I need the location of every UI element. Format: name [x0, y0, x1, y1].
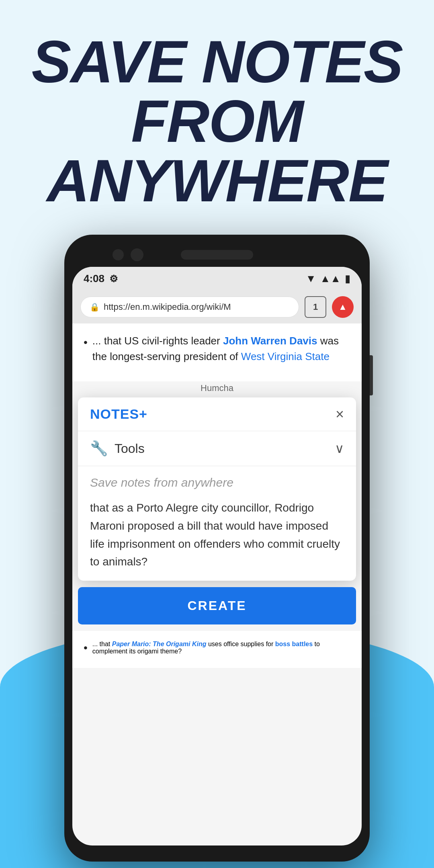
bullet-bottom: •	[84, 641, 88, 654]
notes-popup-body: Save notes from anywhere that as a Porto…	[78, 466, 356, 581]
wifi-icon: ▼	[306, 272, 316, 285]
phone-frame: 4:08 ⚙ ▼ ▲▲ ▮ 🔒 https://en.m.wikipedia.o…	[64, 235, 370, 862]
upload-button[interactable]: ▲	[332, 296, 354, 318]
status-bar-right: ▼ ▲▲ ▮	[306, 272, 350, 285]
phone-camera-right	[131, 248, 143, 261]
phone-camera-left	[113, 249, 124, 260]
lock-icon: 🔒	[90, 302, 100, 312]
tab-count: 1	[313, 302, 318, 312]
wiki-text-1: ... that US civil-rights leader John War…	[92, 333, 350, 364]
tab-button[interactable]: 1	[305, 296, 326, 318]
status-time: 4:08	[84, 272, 104, 285]
create-button[interactable]: CREATE	[78, 587, 356, 624]
notes-placeholder-text: Save notes from anywhere	[90, 476, 344, 489]
wiki-link-davis[interactable]: John Warren Davis	[223, 335, 317, 347]
upload-icon: ▲	[338, 302, 347, 312]
browser-bar: 🔒 https://en.m.wikipedia.org/wiki/M 1 ▲	[72, 291, 362, 323]
notes-popup: NOTES+ × 🔧 Tools ∨ Save notes from anywh…	[78, 397, 356, 581]
wrench-icon: 🔧	[90, 440, 108, 457]
wiki-item-1: • ... that US civil-rights leader John W…	[84, 333, 350, 364]
notes-popup-tools: 🔧 Tools ∨	[78, 431, 356, 466]
phone-side-button	[370, 355, 373, 395]
tooltip-humcha: Humcha	[72, 381, 362, 397]
wiki-link-papermario[interactable]: Paper Mario: The Origami King	[112, 641, 207, 647]
tooltip-text: Humcha	[201, 383, 233, 393]
signal-icon: ▲▲	[320, 272, 341, 285]
phone-speaker	[181, 250, 253, 260]
gear-icon: ⚙	[109, 273, 118, 285]
bottom-wiki-item: • ... that Paper Mario: The Origami King…	[84, 641, 350, 655]
create-button-label: CREATE	[187, 598, 246, 613]
phone-screen: 4:08 ⚙ ▼ ▲▲ ▮ 🔒 https://en.m.wikipedia.o…	[72, 267, 362, 845]
headline-line2: FROM ANYWHERE	[24, 92, 410, 211]
notes-popup-header: NOTES+ ×	[78, 397, 356, 431]
close-icon[interactable]: ×	[336, 407, 344, 422]
page-wrapper: SAVE NOTES FROM ANYWHERE 4:08 ⚙ ▼ ▲▲	[0, 0, 434, 862]
status-bar-left: 4:08 ⚙	[84, 272, 118, 285]
bottom-wiki-text: ... that Paper Mario: The Origami King u…	[92, 641, 350, 655]
chevron-down-icon[interactable]: ∨	[335, 441, 344, 456]
url-bar[interactable]: 🔒 https://en.m.wikipedia.org/wiki/M	[80, 297, 299, 317]
tools-left: 🔧 Tools	[90, 440, 145, 457]
notes-body-text: that as a Porto Alegre city councillor, …	[90, 499, 344, 571]
headline: SAVE NOTES FROM ANYWHERE	[0, 32, 434, 211]
wiki-link-wvstate[interactable]: West Virginia State	[241, 350, 330, 362]
headline-line1: SAVE NOTES	[24, 32, 410, 92]
tools-label: Tools	[115, 441, 145, 456]
notes-plus-title: NOTES+	[90, 406, 147, 422]
status-bar: 4:08 ⚙ ▼ ▲▲ ▮	[72, 267, 362, 291]
webpage-content-top: • ... that US civil-rights leader John W…	[72, 323, 362, 381]
wiki-link-bossbattles[interactable]: boss battles	[275, 641, 313, 647]
phone-top-bar	[72, 243, 362, 267]
bullet-1: •	[84, 334, 88, 351]
battery-icon: ▮	[345, 272, 350, 285]
url-text: https://en.m.wikipedia.org/wiki/M	[104, 302, 231, 312]
bottom-wiki: • ... that Paper Mario: The Origami King…	[72, 631, 362, 668]
